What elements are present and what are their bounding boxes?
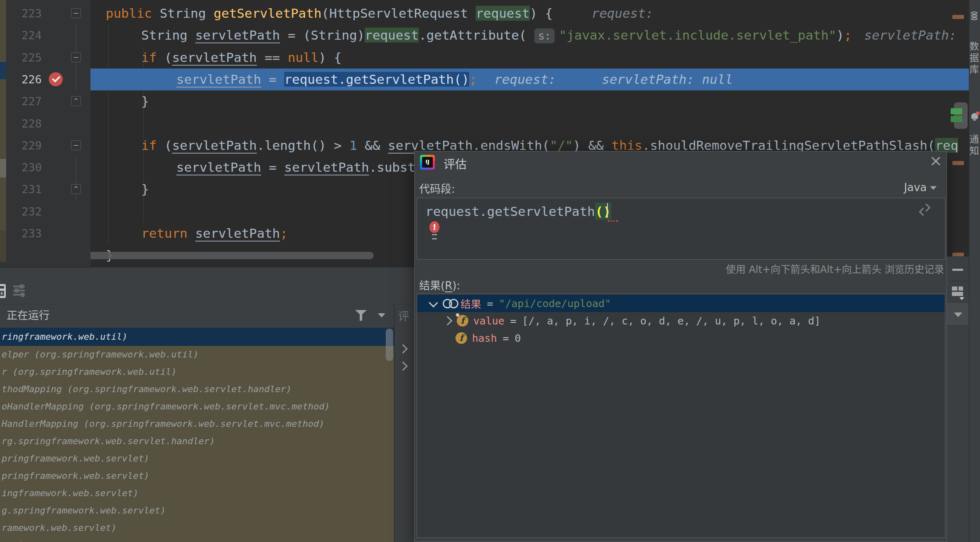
filter-funnel-icon[interactable]	[355, 309, 368, 322]
code-token: String	[141, 28, 195, 43]
code-token: getServletPath	[214, 6, 321, 21]
code-fragment-label: 代码段:	[419, 180, 455, 196]
expression-text: request.getServletPath()	[425, 202, 611, 220]
frames-list[interactable]: ringframework.web.util)elper (org.spring…	[0, 328, 394, 542]
evaluate-expression-icon[interactable]	[0, 284, 6, 298]
code-token: return	[141, 226, 195, 241]
stack-frame-row[interactable]: rg.springframework.web.servlet.handler)	[0, 433, 394, 450]
vertical-scrollbar[interactable]	[954, 102, 968, 129]
result-tree-row[interactable]: fhash=0	[417, 329, 945, 347]
stack-frame-row[interactable]: g.springframework.web.servlet)	[0, 502, 394, 519]
fold-collapse-icon[interactable]: −	[71, 140, 81, 150]
result-name: 结果	[460, 296, 481, 311]
fold-end-icon[interactable]: ⌃	[71, 96, 81, 106]
chevron-right-icon[interactable]	[399, 344, 408, 354]
code-token: &&	[357, 138, 388, 153]
code-token: request	[476, 6, 530, 21]
chevron-right-icon[interactable]	[443, 316, 453, 326]
history-hint: 使用 Alt+向下箭头和Alt+向上箭头 浏览历史记录	[726, 261, 944, 276]
result-tree-row[interactable]: fvalue=[/, a, p, i, /, c, o, d, e, /, u,…	[417, 312, 945, 329]
code-token: servletPath	[284, 160, 369, 175]
horizontal-scrollbar[interactable]	[74, 252, 374, 259]
stack-frame-row[interactable]: pringframework.web.servlet)	[0, 467, 394, 485]
evaluate-dialog: 评估 × 代码段: Java request.getServletPath() …	[414, 151, 947, 542]
stack-frame-row[interactable]: tt.)	[0, 537, 394, 542]
breakpoint-icon[interactable]	[49, 72, 63, 86]
right-button-column	[947, 256, 969, 542]
code-token: servletPath	[195, 28, 280, 43]
gutter-row[interactable]: 230	[6, 156, 90, 178]
database-icon[interactable]	[971, 12, 978, 21]
gutter-row[interactable]: 225−	[6, 47, 90, 69]
chevron-down-icon[interactable]	[378, 313, 385, 317]
line-number: 226	[14, 69, 42, 90]
code-token: ) &&	[573, 138, 611, 153]
code-token: request:	[494, 72, 556, 87]
vcs-mark	[952, 15, 964, 19]
fold-collapse-icon[interactable]: −	[71, 52, 81, 62]
code-token: ) {	[530, 6, 553, 21]
fold-collapse-icon[interactable]: −	[71, 8, 81, 18]
code-token: ;	[469, 72, 477, 87]
stack-frame-row[interactable]: HandlerMapping (org.springframework.web.…	[0, 415, 394, 433]
analysis-mark-green	[951, 108, 962, 114]
code-line-226: servletPath = request.getServletPath();r…	[90, 69, 969, 90]
frames-scrollbar[interactable]	[386, 329, 393, 361]
debug-tool-window: 正在运行 ringframework.web.util)elper (org.s…	[0, 267, 414, 542]
fold-end-icon[interactable]: ⌃	[71, 184, 81, 194]
line-number: 223	[14, 2, 42, 24]
stack-frame-row[interactable]: r (org.springframework.web.util)	[0, 363, 394, 381]
gutter-row[interactable]: 226	[6, 69, 90, 90]
editor-gutter[interactable]: 223−224225−226227⌃228229−230231⌃232233	[6, 0, 90, 267]
result-tree[interactable]: 结果="/api/code/upload"fvalue=[/, a, p, i,…	[417, 293, 945, 538]
line-number: 228	[14, 113, 42, 135]
layout-icon	[959, 286, 963, 291]
stack-frame-row[interactable]: ingframework.web.servlet)	[0, 485, 394, 502]
result-tree-row[interactable]: 结果="/api/code/upload"	[417, 295, 945, 312]
chevron-right-icon[interactable]	[399, 362, 408, 371]
error-bulb-icon[interactable]: !	[429, 221, 439, 233]
code-token: (HttpServletRequest	[322, 6, 476, 21]
tool-window-database[interactable]: 数据库	[969, 26, 980, 92]
thread-status-label: 正在运行	[7, 304, 50, 327]
stack-frame-row[interactable]: ramework.web.servlet)	[0, 519, 394, 537]
gutter-row[interactable]: 224	[6, 24, 90, 46]
line-number: 224	[14, 24, 42, 46]
gutter-row[interactable]: 227⌃	[6, 90, 90, 112]
collapse-expand-icon[interactable]	[919, 205, 930, 215]
code-token: request.getServletPath()	[284, 72, 469, 87]
scroll-down-button[interactable]	[947, 303, 968, 326]
hide-button[interactable]	[947, 258, 968, 281]
gutter-row[interactable]: 232	[6, 201, 90, 222]
vcs-mark	[952, 161, 964, 165]
gutter-row[interactable]: 229−	[6, 135, 90, 156]
gutter-row[interactable]: 223−	[6, 2, 90, 24]
code-token: request	[365, 28, 419, 43]
settings-sliders-icon[interactable]	[13, 285, 25, 296]
gutter-row[interactable]	[6, 244, 90, 266]
tool-window-notifications[interactable]: 通知	[969, 127, 980, 164]
layout-settings-button[interactable]	[947, 281, 968, 303]
stack-frame-row[interactable]: ringframework.web.util)	[0, 328, 394, 346]
line-number: 227	[14, 90, 42, 112]
language-selector[interactable]: Java	[904, 181, 927, 194]
stack-frame-row[interactable]: elper (org.springframework.web.util)	[0, 346, 394, 363]
stack-frame-row[interactable]: pringframework.web.servlet)	[0, 450, 394, 467]
chevron-down-icon[interactable]	[429, 298, 438, 308]
result-name: value	[473, 315, 504, 327]
stack-frame-row[interactable]: thodMapping (org.springframework.web.ser…	[0, 381, 394, 398]
close-icon[interactable]: ×	[928, 152, 944, 169]
gutter-row[interactable]: 233	[6, 222, 90, 244]
code-token: servletPath	[388, 138, 472, 153]
expression-input[interactable]: request.getServletPath() !	[417, 198, 945, 260]
result-name: hash	[472, 332, 497, 344]
gutter-row[interactable]: 228	[6, 113, 90, 135]
notifications-bell-icon[interactable]	[971, 112, 978, 121]
analysis-mark-green	[951, 116, 962, 122]
code-token: "javax.servlet.include.servlet_path"	[559, 28, 836, 43]
stack-frame-row[interactable]: oHandlerMapping (org.springframework.web…	[0, 398, 394, 415]
threads-dropdown[interactable]: 正在运行	[0, 304, 394, 327]
chevron-down-icon[interactable]	[930, 186, 937, 190]
gutter-row[interactable]: 231⌃	[6, 178, 90, 200]
result-watch-icon	[443, 299, 452, 308]
